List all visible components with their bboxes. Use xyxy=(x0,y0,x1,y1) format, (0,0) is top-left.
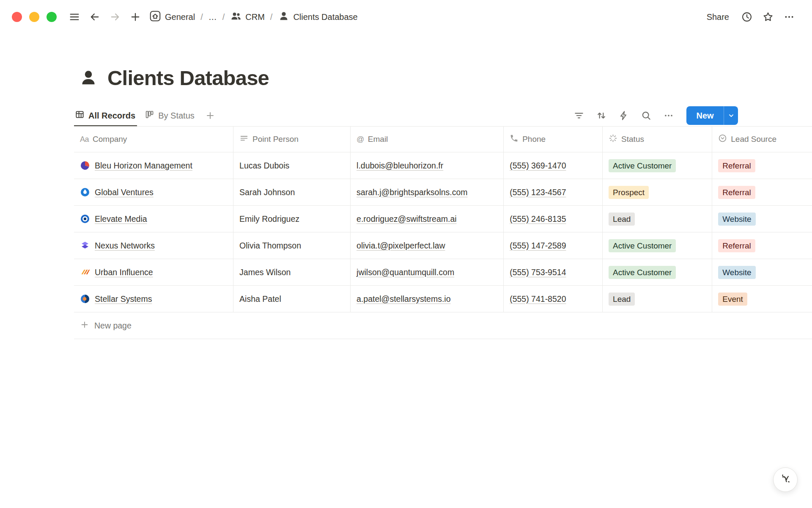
phone-cell[interactable]: (555) 369-1470 xyxy=(504,152,603,179)
company-cell[interactable]: Urban Influence xyxy=(74,259,233,285)
global-ventures-logo-icon xyxy=(80,187,90,197)
text-aa-icon: Aa xyxy=(80,135,89,144)
automation-icon[interactable] xyxy=(616,108,631,124)
company-name[interactable]: Urban Influence xyxy=(95,268,153,277)
table-row[interactable]: Stellar Systems Aisha Patel a.patel@stel… xyxy=(74,286,812,312)
search-icon[interactable] xyxy=(638,108,654,124)
breadcrumb-crm[interactable]: CRM xyxy=(228,9,266,25)
tab-all-records-label: All Records xyxy=(88,111,135,121)
status-cell[interactable]: Lead xyxy=(603,206,712,232)
lead-source-cell[interactable]: Event xyxy=(712,286,812,312)
ai-scribble-icon xyxy=(779,472,792,487)
share-button[interactable]: Share xyxy=(702,10,733,24)
star-icon[interactable] xyxy=(760,9,776,25)
tab-all-records[interactable]: All Records xyxy=(74,105,140,126)
view-tools: New xyxy=(571,106,738,125)
bleu-horizon-logo-icon xyxy=(80,160,90,171)
company-name[interactable]: Stellar Systems xyxy=(95,294,152,304)
column-header-status[interactable]: Status xyxy=(603,127,712,152)
table-row[interactable]: Urban Influence James Wilson jwilson@qua… xyxy=(74,259,812,286)
forward-icon[interactable] xyxy=(107,9,123,25)
status-cell[interactable]: Active Customer xyxy=(603,232,712,259)
lead-source-cell[interactable]: Referral xyxy=(712,179,812,205)
add-view-icon[interactable] xyxy=(203,108,217,123)
lead-source-cell[interactable]: Website xyxy=(712,259,812,285)
phone-cell[interactable]: (555) 753-9514 xyxy=(504,259,603,285)
back-icon[interactable] xyxy=(87,9,102,25)
view-toolbar: All Records By Status xyxy=(74,105,738,126)
breadcrumb-teamspace[interactable]: General xyxy=(147,8,197,26)
company-name[interactable]: Bleu Horizon Management xyxy=(95,161,192,171)
company-cell[interactable]: Nexus Networks xyxy=(74,232,233,259)
menu-icon[interactable] xyxy=(67,9,82,25)
email-cell[interactable]: olivia.t@pixelperfect.law xyxy=(351,232,504,259)
close-window-button[interactable] xyxy=(12,12,22,22)
tab-by-status[interactable]: By Status xyxy=(144,105,199,126)
lead-source-cell[interactable]: Referral xyxy=(712,232,812,259)
breadcrumb-page[interactable]: Clients Database xyxy=(276,9,359,25)
view-more-icon[interactable] xyxy=(661,108,676,124)
column-header-lead-source[interactable]: Lead Source xyxy=(712,127,812,152)
point-person-cell[interactable]: Emily Rodriguez xyxy=(233,206,351,232)
lead-source-badge: Event xyxy=(718,293,747,306)
table-row[interactable]: Bleu Horizon Management Lucas Dubois l.d… xyxy=(74,152,812,179)
email-cell[interactable]: e.rodriguez@swiftstream.ai xyxy=(351,206,504,232)
email-cell[interactable]: sarah.j@brightsparksolns.com xyxy=(351,179,504,205)
status-cell[interactable]: Active Customer xyxy=(603,152,712,179)
filter-icon[interactable] xyxy=(571,108,587,124)
column-header-email[interactable]: @ Email xyxy=(351,127,504,152)
company-name[interactable]: Global Ventures xyxy=(95,188,154,197)
page-person-icon[interactable] xyxy=(79,68,98,88)
email-cell[interactable]: a.patel@stellarsystems.io xyxy=(351,286,504,312)
lead-source-cell[interactable]: Referral xyxy=(712,152,812,179)
phone-cell[interactable]: (555) 123-4567 xyxy=(504,179,603,205)
status-cell[interactable]: Active Customer xyxy=(603,259,712,285)
company-name[interactable]: Elevate Media xyxy=(95,214,147,224)
point-person-cell[interactable]: James Wilson xyxy=(233,259,351,285)
company-cell[interactable]: Stellar Systems xyxy=(74,286,233,312)
company-cell[interactable]: Bleu Horizon Management xyxy=(74,152,233,179)
point-person-cell[interactable]: Lucas Dubois xyxy=(233,152,351,179)
phone-cell[interactable]: (555) 147-2589 xyxy=(504,232,603,259)
email-cell[interactable]: jwilson@quantumquill.com xyxy=(351,259,504,285)
point-person-cell[interactable]: Aisha Patel xyxy=(233,286,351,312)
zoom-window-button[interactable] xyxy=(47,12,57,22)
new-page-button[interactable]: New page xyxy=(74,312,812,339)
status-cell[interactable]: Prospect xyxy=(603,179,712,205)
email-cell[interactable]: l.dubois@bleuhorizon.fr xyxy=(351,152,504,179)
lead-source-cell[interactable]: Website xyxy=(712,206,812,232)
company-cell[interactable]: Elevate Media xyxy=(74,206,233,232)
breadcrumb-teamspace-label: General xyxy=(165,12,195,22)
column-header-phone[interactable]: Phone xyxy=(504,127,603,152)
new-record-button[interactable]: New xyxy=(686,106,738,125)
phone-value: (555) 741-8520 xyxy=(510,294,566,304)
column-header-point-person[interactable]: Point Person xyxy=(233,127,351,152)
window-titlebar: General / … / CRM / Cl xyxy=(0,0,812,34)
point-person-cell[interactable]: Sarah Johnson xyxy=(233,179,351,205)
breadcrumb-collapsed[interactable]: … xyxy=(207,11,219,23)
elevate-media-logo-icon xyxy=(80,214,90,224)
person-name: Aisha Patel xyxy=(239,294,281,304)
phone-cell[interactable]: (555) 741-8520 xyxy=(504,286,603,312)
status-cell[interactable]: Lead xyxy=(603,286,712,312)
company-cell[interactable]: Global Ventures xyxy=(74,179,233,205)
minimize-window-button[interactable] xyxy=(29,12,39,22)
new-tab-icon[interactable] xyxy=(128,9,143,25)
status-badge: Active Customer xyxy=(609,159,676,172)
point-person-cell[interactable]: Olivia Thompson xyxy=(233,232,351,259)
column-label: Email xyxy=(368,135,388,144)
more-icon[interactable] xyxy=(782,9,797,25)
table-row[interactable]: Global Ventures Sarah Johnson sarah.j@br… xyxy=(74,179,812,206)
sort-icon[interactable] xyxy=(593,108,609,124)
column-header-company[interactable]: Aa Company xyxy=(74,127,233,152)
company-name[interactable]: Nexus Networks xyxy=(95,241,155,251)
select-icon xyxy=(718,134,727,145)
history-icon[interactable] xyxy=(739,9,754,25)
table-row[interactable]: Elevate Media Emily Rodriguez e.rodrigue… xyxy=(74,206,812,232)
clients-table: Aa Company Point Person @ Email Phone xyxy=(74,127,812,339)
page-title[interactable]: Clients Database xyxy=(107,66,269,90)
table-row[interactable]: Nexus Networks Olivia Thompson olivia.t@… xyxy=(74,232,812,259)
chevron-down-icon[interactable] xyxy=(724,112,738,119)
ai-assistant-button[interactable] xyxy=(773,467,798,492)
phone-cell[interactable]: (555) 246-8135 xyxy=(504,206,603,232)
